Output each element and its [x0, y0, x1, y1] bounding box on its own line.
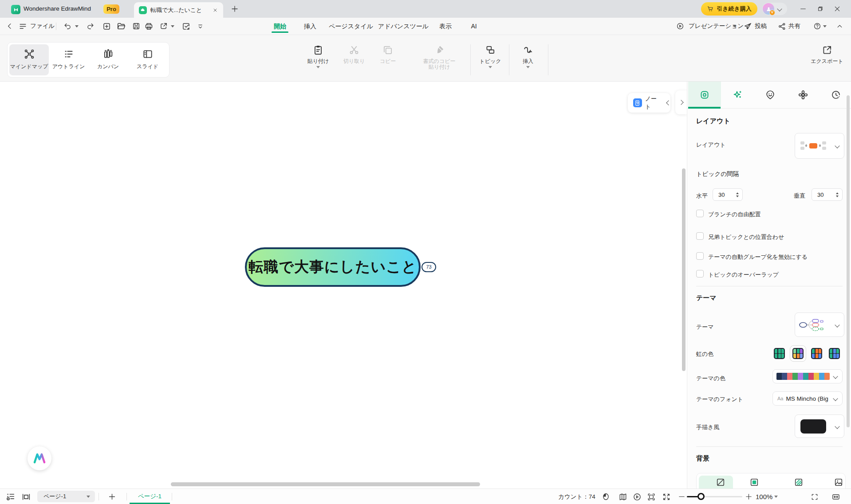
- horizontal-spacing-input[interactable]: 30: [713, 188, 743, 201]
- close-tab-icon[interactable]: [213, 8, 218, 13]
- hand-drawn-select[interactable]: [795, 414, 844, 438]
- page-panel-icon[interactable]: [21, 489, 31, 504]
- fullscreen-icon[interactable]: [811, 489, 819, 504]
- horizontal-scrollbar[interactable]: [171, 482, 480, 486]
- rainbow-option-1[interactable]: [774, 348, 785, 359]
- format-panel: レイアウト レイアウト トピックの間隔 水平 30 垂直 30 ブランチの自由配…: [687, 82, 851, 488]
- tab-insert[interactable]: 挿入: [304, 18, 316, 35]
- background-image[interactable]: [834, 477, 843, 487]
- collapse-panel-tab[interactable]: [675, 90, 687, 114]
- rainbow-option-3[interactable]: [811, 348, 822, 359]
- share-dropdown-icon[interactable]: [171, 18, 174, 35]
- close-window-button[interactable]: [834, 0, 841, 18]
- tab-page-style[interactable]: ページスタイル: [329, 18, 373, 35]
- new-tab-button[interactable]: [231, 5, 239, 13]
- layout-select[interactable]: [795, 133, 844, 159]
- post-icon[interactable]: [744, 18, 752, 35]
- continue-purchase-button[interactable]: 引き続き購入: [701, 2, 757, 16]
- print-button[interactable]: [144, 18, 154, 35]
- restore-button[interactable]: [816, 0, 823, 18]
- minimize-button[interactable]: [800, 0, 807, 18]
- collapse-toolbar-icon[interactable]: [197, 18, 204, 35]
- play-presentation-icon[interactable]: [633, 489, 642, 504]
- map-overview-icon[interactable]: [619, 489, 627, 504]
- panel-tab-flower[interactable]: [787, 82, 819, 108]
- zoom-in-button[interactable]: [745, 489, 753, 504]
- undo-dropdown-icon[interactable]: [75, 18, 79, 35]
- panel-tab-ai-style[interactable]: [721, 82, 754, 108]
- vertical-scrollbar[interactable]: [682, 168, 686, 371]
- checkbox-free-branch[interactable]: [696, 210, 704, 217]
- view-kanban[interactable]: カンバン: [88, 44, 128, 75]
- checkbox-topic-overlap[interactable]: [696, 270, 704, 277]
- export-button[interactable]: エクスポート: [808, 44, 846, 64]
- zoom-slider-knob[interactable]: [697, 493, 705, 500]
- mouse-mode-icon[interactable]: [602, 489, 610, 504]
- theme-select[interactable]: [795, 313, 844, 337]
- zoom-dropdown-icon[interactable]: [774, 489, 778, 504]
- theme-color-select[interactable]: [772, 369, 843, 383]
- checkbox-disable-auto-group[interactable]: [696, 252, 704, 260]
- view-mindmap[interactable]: マインドマップ: [9, 44, 49, 75]
- panel-tab-sticker[interactable]: [754, 82, 787, 108]
- panel-tab-layout[interactable]: [688, 82, 721, 108]
- checkbox-sibling-align[interactable]: [696, 232, 704, 240]
- stepper-arrows[interactable]: [736, 192, 739, 197]
- fit-width-icon[interactable]: [831, 489, 840, 504]
- background-none[interactable]: [716, 477, 725, 487]
- page-tab[interactable]: ページ-1: [130, 489, 170, 504]
- stepper-arrows[interactable]: [836, 192, 839, 197]
- rainbow-option-2[interactable]: [792, 348, 804, 359]
- zoom-slider-track[interactable]: [687, 496, 742, 497]
- note-button[interactable]: ノート: [628, 93, 670, 113]
- page-select[interactable]: ページ-1: [37, 491, 95, 502]
- expand-canvas-icon[interactable]: [662, 489, 671, 504]
- document-icon: [139, 6, 147, 14]
- outline-map-icon[interactable]: [6, 489, 16, 504]
- back-button[interactable]: [6, 18, 13, 35]
- save-button[interactable]: [132, 18, 141, 35]
- insert-dropdown-icon[interactable]: [526, 66, 530, 68]
- task-check-button[interactable]: [181, 18, 191, 35]
- focus-mode-icon[interactable]: [647, 489, 656, 504]
- redo-button[interactable]: [86, 18, 95, 35]
- add-page-button[interactable]: [108, 489, 116, 504]
- central-topic[interactable]: 転職で大事にしたいこと: [245, 247, 421, 287]
- view-slide[interactable]: スライド: [128, 44, 167, 75]
- paste-button[interactable]: 貼り付け: [299, 44, 337, 68]
- help-dropdown-icon[interactable]: [823, 18, 827, 35]
- share-nodes-icon[interactable]: [778, 18, 786, 35]
- topic-dropdown-icon[interactable]: [489, 66, 492, 68]
- tab-view[interactable]: 表示: [439, 18, 452, 35]
- undo-button[interactable]: [63, 18, 72, 35]
- share-file-button[interactable]: [159, 18, 168, 35]
- background-pattern[interactable]: [794, 477, 804, 487]
- open-file-button[interactable]: [116, 18, 126, 35]
- topic-count-badge[interactable]: 73: [422, 262, 436, 272]
- rainbow-option-4[interactable]: [829, 348, 840, 359]
- account-menu[interactable]: V: [762, 3, 787, 15]
- zoom-out-button[interactable]: [678, 489, 686, 504]
- main-menu-icon[interactable]: [19, 18, 27, 35]
- background-solid-color[interactable]: [749, 477, 759, 487]
- vertical-spacing-input[interactable]: 30: [812, 188, 843, 201]
- paste-dropdown-icon[interactable]: [316, 66, 320, 68]
- panel-scrollbar[interactable]: [847, 95, 850, 427]
- help-icon[interactable]: [813, 18, 821, 35]
- new-file-button[interactable]: [102, 18, 111, 35]
- tab-advanced-tools[interactable]: アドバンスツール: [378, 18, 429, 35]
- document-tab[interactable]: 転職で大...たいこと: [134, 2, 223, 18]
- topic-button[interactable]: トピック: [471, 44, 509, 68]
- file-menu[interactable]: ファイル: [30, 18, 55, 35]
- zoom-value[interactable]: 100%: [756, 489, 772, 504]
- post-button[interactable]: 投稿: [755, 18, 767, 35]
- presentation-icon[interactable]: [676, 18, 684, 35]
- view-outline[interactable]: アウトライン: [49, 44, 88, 75]
- collapse-ribbon-icon[interactable]: [836, 18, 843, 35]
- tab-ai[interactable]: AI: [471, 18, 477, 35]
- presentation-dropdown-icon[interactable]: [733, 18, 737, 35]
- theme-font-select[interactable]: Aa MS Mincho (Big: [772, 391, 843, 406]
- canvas[interactable]: 転職で大事にしたいこと 73 ノート: [0, 82, 687, 488]
- insert-button[interactable]: 挿入: [509, 44, 547, 68]
- share-button[interactable]: 共有: [788, 18, 800, 35]
